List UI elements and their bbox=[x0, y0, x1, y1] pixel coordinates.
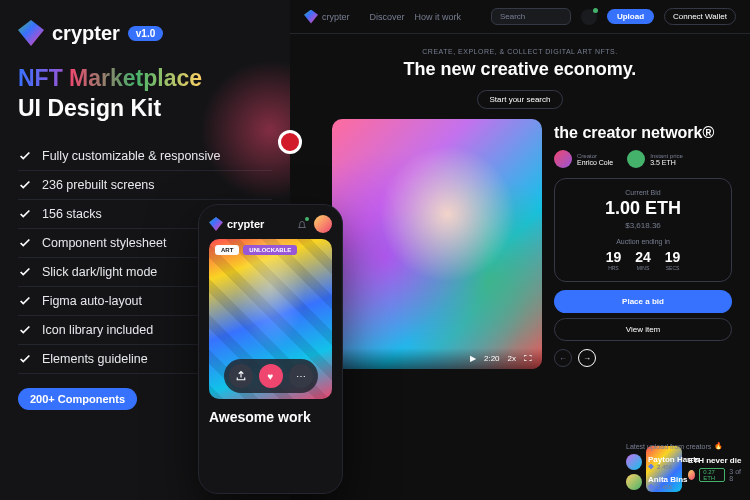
latest-uploads: Latest upload from creators 🔥 Payton Har… bbox=[626, 442, 742, 494]
headline-rest: UI Design Kit bbox=[18, 95, 161, 121]
check-icon bbox=[18, 323, 32, 337]
user-avatar[interactable] bbox=[314, 215, 332, 233]
headline-nft: NFT bbox=[18, 65, 63, 91]
eth-icon bbox=[648, 484, 654, 490]
uploads-heading: Latest upload from creators 🔥 bbox=[626, 442, 742, 450]
bid-label: Current Bid bbox=[565, 189, 721, 196]
check-icon bbox=[18, 149, 32, 163]
featured-artwork[interactable]: ▶ 2:20 2x ⛶ bbox=[332, 119, 542, 369]
fire-icon: 🔥 bbox=[714, 442, 723, 450]
artwork-image bbox=[332, 119, 542, 369]
tag-art: ART bbox=[215, 245, 239, 255]
phone-header: crypter bbox=[209, 215, 332, 233]
search-input[interactable]: Search bbox=[491, 8, 571, 25]
carousel-arrows: ← → bbox=[554, 349, 732, 367]
artwork-quality: 2x bbox=[508, 354, 516, 363]
eth-icon bbox=[648, 464, 654, 470]
nav-how-it-work[interactable]: How it work bbox=[415, 12, 462, 22]
arrow-left-icon[interactable]: ← bbox=[554, 349, 572, 367]
headline-marketplace: Marketplace bbox=[69, 65, 202, 91]
check-icon bbox=[18, 352, 32, 366]
bid-amount: 1.00 ETH bbox=[565, 198, 721, 219]
upload-button[interactable]: Upload bbox=[607, 9, 654, 24]
diamond-logo-icon bbox=[209, 217, 223, 231]
topbar: crypter Discover How it work Search Uplo… bbox=[290, 0, 750, 34]
diamond-logo-icon bbox=[18, 20, 44, 46]
hero-tagline: CREATE, EXPLORE, & COLLECT DIGITAL ART N… bbox=[290, 48, 750, 55]
phone-logo[interactable]: crypter bbox=[209, 217, 264, 231]
place-bid-button[interactable]: Place a bid bbox=[554, 290, 732, 313]
nav-discover[interactable]: Discover bbox=[370, 12, 405, 22]
phone-action-bar: ♥ ⋯ bbox=[224, 359, 318, 393]
price-info: Instant price 3.5 ETH bbox=[627, 150, 683, 168]
auction-timer: 19Hrs 24mins 19secs bbox=[565, 249, 721, 271]
connect-wallet-button[interactable]: Connect Wallet bbox=[664, 8, 736, 25]
phone-artwork-title: Awesome work bbox=[209, 409, 332, 425]
main-content: ▶ 2:20 2x ⛶ the creator network® Creator… bbox=[290, 119, 750, 369]
topbar-logo[interactable]: crypter bbox=[304, 10, 350, 24]
creator-row: Creator Enrico Cole Instant price 3.5 ET… bbox=[554, 150, 732, 168]
notification-dot-icon bbox=[305, 217, 309, 221]
brand-row: crypter v1.0 bbox=[18, 20, 272, 46]
creator-network-title: the creator network® bbox=[554, 123, 732, 142]
more-icon[interactable]: ⋯ bbox=[289, 364, 313, 388]
artwork-time: 2:20 bbox=[484, 354, 500, 363]
diamond-logo-icon bbox=[304, 10, 318, 24]
artwork-footer: ▶ 2:20 2x ⛶ bbox=[332, 348, 542, 369]
topbar-nav: Discover How it work bbox=[370, 12, 462, 22]
creator-info[interactable]: Creator Enrico Cole bbox=[554, 150, 613, 168]
info-column: the creator network® Creator Enrico Cole… bbox=[554, 119, 732, 369]
uploader-avatar bbox=[626, 474, 642, 490]
check-icon bbox=[18, 265, 32, 279]
check-icon bbox=[18, 178, 32, 192]
hero-cta-button[interactable]: Start your search bbox=[477, 90, 564, 109]
artwork-column: ▶ 2:20 2x ⛶ bbox=[332, 119, 542, 369]
creator-avatar bbox=[554, 150, 572, 168]
play-icon[interactable]: ▶ bbox=[470, 354, 476, 363]
feature-item: 236 prebuilt screens bbox=[18, 171, 272, 200]
phone-artwork[interactable]: ART UNLOCKABLE ♥ ⋯ bbox=[209, 239, 332, 399]
headline: NFT Marketplace UI Design Kit bbox=[18, 64, 272, 124]
check-icon bbox=[18, 207, 32, 221]
view-item-button[interactable]: View item bbox=[554, 318, 732, 341]
check-icon bbox=[18, 294, 32, 308]
auction-label: Auction ending in bbox=[565, 238, 721, 245]
upload-item[interactable]: Anita Bins 2.456 bbox=[626, 474, 742, 490]
tag-unlockable: UNLOCKABLE bbox=[243, 245, 297, 255]
bid-usd: $3,618.36 bbox=[565, 221, 721, 230]
arrow-right-icon[interactable]: → bbox=[578, 349, 596, 367]
check-icon bbox=[18, 236, 32, 250]
components-badge: 200+ Components bbox=[18, 388, 137, 410]
uploader-avatar bbox=[626, 454, 642, 470]
feature-item: Fully customizable & responsive bbox=[18, 142, 272, 171]
brand-name: crypter bbox=[52, 22, 120, 45]
mobile-preview: crypter ART UNLOCKABLE ♥ ⋯ Awesome work bbox=[198, 204, 343, 494]
action-buttons: Place a bid View item bbox=[554, 290, 732, 341]
share-icon[interactable] bbox=[229, 364, 253, 388]
heart-icon[interactable]: ♥ bbox=[259, 364, 283, 388]
decorative-dot-icon bbox=[278, 130, 302, 154]
bid-box: Current Bid 1.00 ETH $3,618.36 Auction e… bbox=[554, 178, 732, 282]
notification-icon[interactable] bbox=[581, 9, 597, 25]
price-icon bbox=[627, 150, 645, 168]
upload-item[interactable]: Payton Harris 2.456 bbox=[626, 454, 742, 470]
hero-title: The new creative economy. bbox=[290, 59, 750, 80]
bell-icon[interactable] bbox=[296, 218, 308, 230]
fullscreen-icon[interactable]: ⛶ bbox=[524, 354, 532, 363]
desktop-preview: crypter Discover How it work Search Uplo… bbox=[290, 0, 750, 500]
hero: CREATE, EXPLORE, & COLLECT DIGITAL ART N… bbox=[290, 34, 750, 119]
version-badge: v1.0 bbox=[128, 26, 163, 41]
